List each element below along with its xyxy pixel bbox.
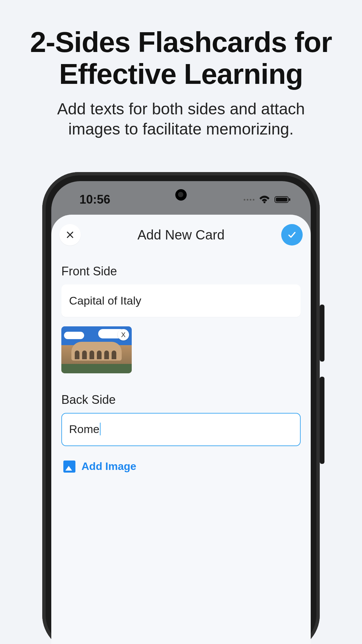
close-icon: [66, 231, 74, 239]
front-side-input[interactable]: Capital of Italy: [61, 284, 301, 317]
battery-icon: [275, 196, 291, 204]
add-card-sheet: Add New Card Front Side Capital of Italy: [51, 215, 311, 644]
status-bar: 10:56: [51, 191, 311, 208]
remove-image-label: X: [121, 331, 125, 339]
svg-rect-2: [276, 198, 287, 202]
back-side-input[interactable]: Rome: [61, 413, 301, 446]
add-image-button[interactable]: Add Image: [61, 460, 301, 473]
sheet-header: Add New Card: [51, 215, 311, 255]
back-side-label: Back Side: [61, 393, 301, 407]
front-image-thumbnail[interactable]: X: [61, 326, 132, 373]
status-right: [244, 196, 291, 204]
back-side-value: Rome: [69, 423, 100, 435]
confirm-button[interactable]: [281, 224, 303, 246]
front-side-value: Capital of Italy: [69, 294, 141, 307]
text-cursor: [100, 423, 101, 435]
front-side-section: Front Side Capital of Italy: [51, 255, 311, 373]
promo-subhead: Add texts for both sides and attach imag…: [0, 90, 362, 139]
add-image-label: Add Image: [81, 460, 136, 473]
svg-rect-3: [289, 198, 290, 201]
remove-image-button[interactable]: X: [118, 329, 129, 340]
promo-headline-line2: Effective Learning: [59, 58, 303, 90]
front-side-label: Front Side: [61, 264, 301, 278]
phone-side-button-top: [320, 305, 324, 362]
wifi-icon: [259, 196, 270, 204]
svg-point-0: [263, 201, 265, 203]
phone-side-button-bottom: [320, 377, 324, 464]
promo-headline-line1: 2-Sides Flashcards for: [30, 26, 332, 58]
phone-frame: 10:56: [42, 172, 320, 644]
sheet-title: Add New Card: [137, 227, 225, 243]
signal-dots-icon: [244, 199, 254, 201]
image-icon: [63, 461, 75, 473]
phone-screen: 10:56: [51, 181, 311, 644]
close-button[interactable]: [59, 224, 81, 246]
status-time: 10:56: [79, 193, 110, 207]
back-side-section: Back Side Rome Add Image: [51, 383, 311, 473]
promo-headline: 2-Sides Flashcards for Effective Learnin…: [0, 0, 362, 90]
check-icon: [287, 230, 297, 240]
